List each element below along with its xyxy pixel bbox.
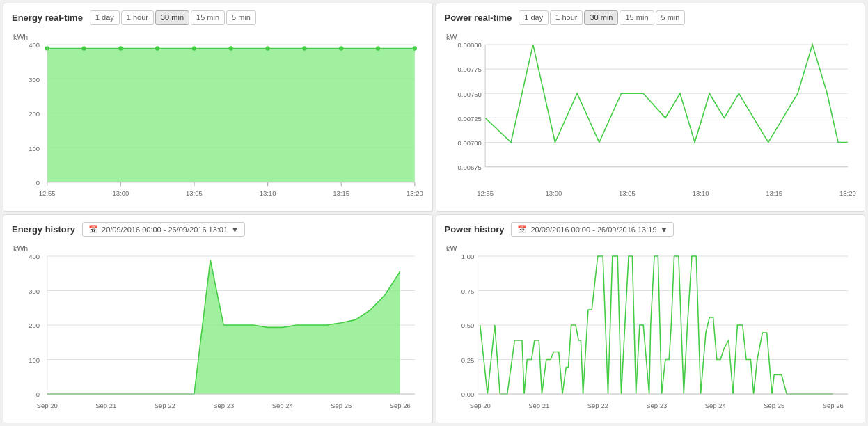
svg-text:0.00675: 0.00675 [457,164,481,171]
svg-text:12:55: 12:55 [477,190,494,198]
svg-text:13:05: 13:05 [186,190,203,198]
svg-text:kWh: kWh [13,33,28,42]
svg-text:1.00: 1.00 [461,253,474,260]
svg-text:400: 400 [29,42,40,49]
svg-text:0.50: 0.50 [461,322,474,329]
svg-point-20 [339,47,343,52]
svg-point-21 [376,47,380,52]
btn-1day-power-rt[interactable]: 1 day [519,10,549,25]
svg-text:12:55: 12:55 [39,190,56,198]
svg-point-14 [118,47,123,52]
svg-point-19 [302,47,306,52]
energy-history-panel: Energy history 📅 20/09/2016 00:00 - 26/0… [3,214,433,423]
svg-text:13:15: 13:15 [333,190,349,198]
power-history-header: Power history 📅 20/09/2016 00:00 - 26/09… [445,222,857,237]
svg-text:Sep 20: Sep 20 [469,402,491,409]
svg-point-15 [155,47,159,52]
svg-text:Sep 24: Sep 24 [704,402,726,409]
svg-text:13:15: 13:15 [766,190,782,198]
btn-1hour-energy-rt[interactable]: 1 hour [121,10,154,25]
svg-text:13:00: 13:00 [112,190,129,198]
svg-point-17 [229,47,233,52]
svg-text:Sep 23: Sep 23 [213,402,234,409]
svg-text:200: 200 [29,322,40,329]
energy-realtime-title: Energy real-time [12,13,83,23]
energy-realtime-panel: Energy real-time 1 day 1 hour 30 min 15 … [3,3,433,212]
dashboard: Energy real-time 1 day 1 hour 30 min 15 … [0,0,868,426]
svg-text:100: 100 [29,145,40,152]
power-history-title: Power history [445,224,505,235]
svg-point-22 [413,47,417,52]
btn-1hour-power-rt[interactable]: 1 hour [550,10,583,25]
svg-text:0: 0 [36,390,40,398]
svg-point-16 [192,47,196,52]
energy-history-date-label: 20/09/2016 00:00 - 26/09/2016 13:01 [102,226,228,234]
svg-text:0.75: 0.75 [461,287,473,295]
power-history-date-range[interactable]: 📅 20/09/2016 00:00 - 26/09/2016 13:19 ▼ [511,222,674,237]
svg-text:Sep 23: Sep 23 [646,402,667,409]
energy-history-title: Energy history [12,224,75,235]
svg-text:400: 400 [29,253,40,260]
svg-text:Sep 22: Sep 22 [587,402,608,409]
power-history-panel: Power history 📅 20/09/2016 00:00 - 26/09… [436,214,866,423]
svg-point-13 [81,47,86,52]
svg-text:300: 300 [29,287,40,295]
btn-30min-power-rt[interactable]: 30 min [584,10,618,25]
svg-text:Sep 21: Sep 21 [528,402,549,409]
energy-history-dropdown-icon: ▼ [231,226,239,234]
svg-text:Sep 26: Sep 26 [822,402,843,409]
svg-text:0: 0 [36,179,40,187]
svg-text:0.00725: 0.00725 [457,115,481,123]
svg-text:300: 300 [29,76,40,84]
svg-text:0.00750: 0.00750 [457,90,482,98]
svg-text:Sep 22: Sep 22 [155,402,175,409]
svg-text:Sep 25: Sep 25 [331,402,352,409]
energy-history-date-range[interactable]: 📅 20/09/2016 00:00 - 26/09/2016 13:01 ▼ [82,222,245,237]
svg-text:13:20: 13:20 [839,190,855,198]
btn-15min-energy-rt[interactable]: 15 min [191,10,225,25]
svg-text:0.00800: 0.00800 [457,42,482,49]
btn-5min-energy-rt[interactable]: 5 min [226,10,256,25]
svg-marker-11 [47,49,415,182]
energy-realtime-header: Energy real-time 1 day 1 hour 30 min 15 … [12,10,424,25]
energy-realtime-btn-group: 1 day 1 hour 30 min 15 min 5 min [90,10,256,25]
energy-realtime-chart: kWh 400 300 200 100 0 [12,29,424,205]
svg-text:Sep 21: Sep 21 [95,402,116,409]
power-history-chart: kW 1.00 0.75 0.50 0.25 0.00 Sep 20 Sep 2… [445,241,857,417]
svg-text:kW: kW [446,244,457,253]
svg-text:13:20: 13:20 [407,190,423,198]
svg-marker-69 [47,260,400,395]
energy-history-header: Energy history 📅 20/09/2016 00:00 - 26/0… [12,222,424,237]
svg-text:0.00700: 0.00700 [457,139,482,147]
svg-text:100: 100 [29,356,40,364]
svg-text:kWh: kWh [13,244,28,253]
svg-text:13:10: 13:10 [692,190,709,198]
btn-30min-energy-rt[interactable]: 30 min [155,10,189,25]
svg-text:0.00775: 0.00775 [457,66,481,74]
svg-point-18 [265,47,269,52]
power-realtime-header: Power real-time 1 day 1 hour 30 min 15 m… [445,10,857,25]
power-realtime-chart: kW 0.00800 0.00775 0.00750 0.00725 0.007… [445,29,857,205]
svg-text:13:05: 13:05 [619,190,636,198]
btn-15min-power-rt[interactable]: 15 min [620,10,654,25]
svg-text:Sep 25: Sep 25 [764,402,784,409]
power-history-date-label: 20/09/2016 00:00 - 26/09/2016 13:19 [530,226,656,234]
btn-5min-power-rt[interactable]: 5 min [656,10,686,25]
calendar-icon-2: 📅 [517,225,527,234]
svg-text:0.00: 0.00 [461,390,474,398]
svg-text:0.25: 0.25 [461,356,473,364]
power-realtime-title: Power real-time [445,13,512,23]
power-history-dropdown-icon: ▼ [661,226,668,234]
power-realtime-panel: Power real-time 1 day 1 hour 30 min 15 m… [436,3,866,212]
svg-text:kW: kW [446,33,457,42]
btn-1day-energy-rt[interactable]: 1 day [90,10,120,25]
svg-text:13:00: 13:00 [545,190,562,198]
calendar-icon: 📅 [88,225,98,234]
power-realtime-btn-group: 1 day 1 hour 30 min 15 min 5 min [519,10,685,25]
svg-text:200: 200 [29,110,40,118]
svg-text:Sep 26: Sep 26 [390,402,411,409]
svg-text:Sep 24: Sep 24 [272,402,294,409]
energy-history-chart: kWh 400 300 200 100 0 Sep 20 Sep 2 [12,241,424,417]
svg-text:13:10: 13:10 [260,190,276,198]
svg-text:Sep 20: Sep 20 [37,402,58,409]
